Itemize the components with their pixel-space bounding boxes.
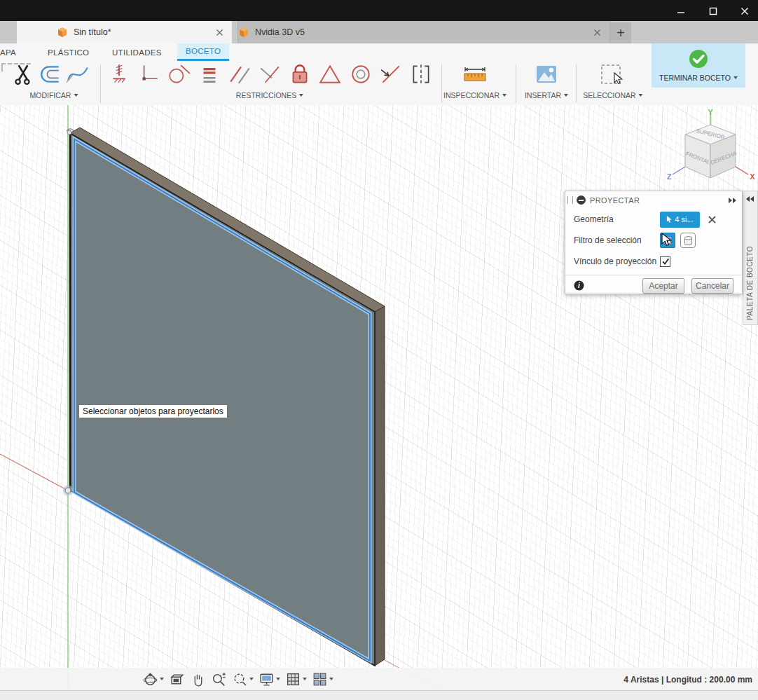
close-remote-tab-button[interactable] xyxy=(593,29,601,36)
collapse-icon[interactable] xyxy=(577,195,586,205)
concentric-constraint-icon[interactable] xyxy=(349,62,373,86)
toolbar-divider xyxy=(100,64,101,103)
orbit-button[interactable] xyxy=(142,671,164,687)
geometry-row: Geometría 4 si... xyxy=(565,209,742,230)
corner-point[interactable] xyxy=(67,130,71,135)
fix-lock-constraint-icon[interactable] xyxy=(288,62,312,86)
tab-nvidia-3d-v5[interactable]: Nvidia 3D v5 xyxy=(237,21,610,43)
navigation-bar xyxy=(142,670,333,688)
y-axis-label: Y xyxy=(708,108,713,116)
ribbon-tab-boceto[interactable]: BOCETO xyxy=(177,43,229,61)
sketch-palette-label: PALETA DE BOCETO xyxy=(746,246,754,320)
chevron-down-icon xyxy=(639,94,643,97)
minimize-button[interactable] xyxy=(672,6,690,17)
look-at-button[interactable] xyxy=(169,671,185,687)
collapse-chevrons-icon[interactable] xyxy=(746,196,754,202)
accept-button[interactable]: Aceptar xyxy=(642,278,684,294)
select-group-label[interactable]: SELECCIONAR xyxy=(583,91,642,99)
tangent-constraint-icon[interactable] xyxy=(167,62,191,86)
chevron-down-icon xyxy=(502,94,507,97)
viewports-icon xyxy=(312,671,328,687)
grid-settings-button[interactable] xyxy=(285,671,307,687)
origin-point[interactable] xyxy=(65,488,71,493)
constraints-group-label[interactable]: RESTRICCIONES xyxy=(236,91,303,99)
finish-sketch-label: TERMINAR BOCETO xyxy=(659,74,738,82)
measure-ruler-icon[interactable] xyxy=(462,62,486,86)
new-tab-button[interactable]: + xyxy=(610,22,631,43)
close-icon xyxy=(216,29,223,36)
cursor-icon xyxy=(666,215,673,224)
body-filter-icon xyxy=(682,235,694,247)
clear-selection-button[interactable] xyxy=(708,215,717,224)
ribbon-tab-plastico[interactable]: PLÁSTICO xyxy=(48,43,89,61)
proyectar-dialog[interactable]: PROYECTAR Geometría 4 si... Filtro de se… xyxy=(565,191,743,294)
pan-button[interactable] xyxy=(190,671,206,687)
projection-link-row: Vínculo de proyección xyxy=(565,251,742,272)
ribbon-tab-utilidades[interactable]: UTILIDADES xyxy=(112,43,162,61)
parallel-constraint-icon[interactable] xyxy=(228,62,252,86)
equal-constraint-icon[interactable] xyxy=(198,62,221,86)
triangle-constraint-icon[interactable] xyxy=(318,62,342,86)
expand-chevrons-icon[interactable] xyxy=(729,198,736,203)
svg-text:i: i xyxy=(578,282,580,289)
canvas-tooltip: Seleccionar objetos para proyectarlos xyxy=(78,404,228,418)
sketch-palette-strip[interactable]: PALETA DE BOCETO xyxy=(743,191,758,325)
geometry-label: Geometría xyxy=(574,214,660,224)
midpoint-constraint-icon[interactable] xyxy=(378,62,402,86)
inspect-group-label[interactable]: INSPECCIONAR xyxy=(443,91,507,99)
collinear-constraint-icon[interactable] xyxy=(258,62,282,86)
orbit-icon xyxy=(142,671,158,687)
chevron-down-icon xyxy=(160,678,164,680)
insert-group-label[interactable]: INSERTAR xyxy=(525,91,568,99)
maximize-button[interactable] xyxy=(704,6,722,17)
pan-hand-icon xyxy=(190,671,206,687)
close-icon xyxy=(740,7,749,15)
x-axis-line[interactable] xyxy=(0,454,68,490)
drag-grip-icon[interactable] xyxy=(567,196,573,204)
ribbon: APA PLÁSTICO UTILIDADES BOCETO MODIFICAR xyxy=(0,43,758,106)
display-settings-button[interactable] xyxy=(259,671,280,687)
ribbon-tab-chapa[interactable]: APA xyxy=(0,43,16,61)
minimize-icon xyxy=(677,7,685,15)
symmetry-constraint-icon[interactable] xyxy=(409,62,433,86)
look-at-icon xyxy=(169,671,185,687)
insert-image-icon[interactable] xyxy=(535,62,558,86)
filter-bodies-button[interactable] xyxy=(680,233,696,248)
close-document-tab-button[interactable] xyxy=(216,29,223,36)
trim-scissors-icon[interactable] xyxy=(11,62,35,86)
projection-link-checkbox[interactable] xyxy=(660,256,670,267)
select-window-icon[interactable] xyxy=(599,62,623,86)
chevron-down-icon xyxy=(299,94,303,97)
finish-sketch-button[interactable]: TERMINAR BOCETO xyxy=(652,43,745,88)
fit-button[interactable] xyxy=(232,671,254,687)
x-axis-label: X xyxy=(750,172,755,181)
viewports-button[interactable] xyxy=(312,671,333,687)
z-axis-label: Z xyxy=(667,172,672,181)
horizontal-vertical-constraint-icon[interactable] xyxy=(107,62,131,86)
dialog-header[interactable]: PROYECTAR xyxy=(565,191,742,209)
window-bottom-strip xyxy=(0,690,758,700)
title-bar xyxy=(0,0,758,21)
projection-link-label: Vínculo de proyección xyxy=(574,256,660,266)
close-window-button[interactable] xyxy=(736,6,754,17)
offset-icon[interactable] xyxy=(39,62,62,86)
chevron-down-icon xyxy=(733,76,738,79)
perpendicular-constraint-icon[interactable] xyxy=(137,62,160,86)
geometry-selection-chip[interactable]: 4 si... xyxy=(660,212,700,228)
mouse-cursor xyxy=(661,233,673,251)
plate-side-face[interactable] xyxy=(375,306,385,666)
info-icon[interactable]: i xyxy=(574,280,584,291)
zoom-icon xyxy=(211,671,227,687)
display-settings-icon xyxy=(259,671,275,687)
close-icon xyxy=(593,29,601,36)
modify-group-label[interactable]: MODIFICAR xyxy=(30,91,78,99)
remote-tab-label: Nvidia 3D v5 xyxy=(255,27,305,37)
cancel-button[interactable]: Cancelar xyxy=(691,278,733,294)
maximize-icon xyxy=(709,7,717,15)
zoom-button[interactable] xyxy=(211,671,227,687)
tab-sin-titulo[interactable]: Sin título* xyxy=(17,21,232,43)
finish-check-icon xyxy=(687,47,710,71)
viewcube-x-axis xyxy=(736,167,748,174)
spline-icon[interactable] xyxy=(66,62,90,86)
view-cube[interactable]: SUPERIOR FRONTAL DERECHA Y Z X xyxy=(664,107,758,189)
